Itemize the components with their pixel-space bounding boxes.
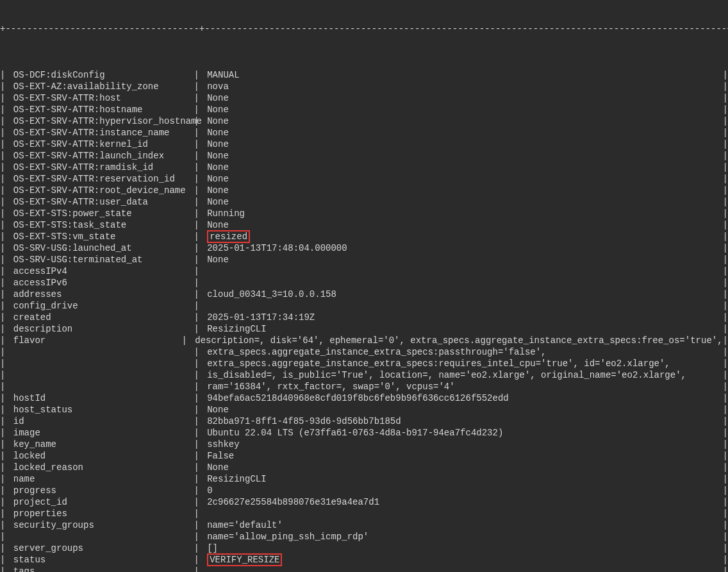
- dash-right: ----------------------------------------…: [204, 23, 728, 35]
- field-value: None: [199, 139, 723, 150]
- pipe: |: [194, 277, 199, 289]
- pipe: |: [0, 358, 5, 369]
- pipe: |: [723, 231, 728, 242]
- pipe: |: [194, 323, 199, 335]
- field-value: None: [199, 162, 723, 173]
- field-value: ram='16384', rxtx_factor=, swap='0', vcp…: [199, 381, 723, 392]
- table-row: | | extra_specs.aggregate_instance_extra…: [0, 346, 728, 358]
- pipe: |: [723, 427, 728, 439]
- pipe: |: [0, 323, 5, 335]
- pipe: |: [194, 450, 199, 462]
- field-value: None: [199, 462, 723, 473]
- pipe: |: [0, 265, 5, 277]
- pipe: |: [0, 531, 5, 543]
- pipe: |: [723, 185, 728, 196]
- table-row: | OS-EXT-SRV-ATTR:root_device_name| None…: [0, 185, 728, 196]
- field-name: OS-EXT-SRV-ATTR:ramdisk_id: [5, 162, 194, 173]
- table-row: | tags| |: [0, 566, 728, 572]
- table-row: | server_groups| []|: [0, 543, 728, 554]
- pipe: |: [194, 81, 199, 92]
- pipe: |: [723, 323, 728, 335]
- pipe: |: [723, 531, 728, 543]
- pipe: |: [0, 139, 5, 150]
- pipe: |: [0, 127, 5, 139]
- pipe: |: [194, 404, 199, 416]
- pipe: |: [194, 519, 199, 531]
- field-value: None: [199, 104, 723, 115]
- field-name: config_drive: [5, 300, 194, 312]
- pipe: |: [723, 173, 728, 185]
- pipe: |: [194, 554, 199, 566]
- table-row: | OS-EXT-SRV-ATTR:user_data| None|: [0, 196, 728, 208]
- pipe: |: [0, 300, 5, 312]
- field-value: 82bba971-8ff1-4f85-93d6-9d56bb7b185d: [199, 416, 723, 427]
- pipe: |: [0, 242, 5, 254]
- table-row: | OS-EXT-SRV-ATTR:ramdisk_id| None|: [0, 162, 728, 173]
- field-name: status: [5, 554, 194, 566]
- pipe: |: [723, 335, 728, 346]
- table-row: | key_name| sshkey|: [0, 439, 728, 450]
- pipe: |: [0, 473, 5, 485]
- highlighted-value: resized: [207, 230, 250, 243]
- field-name: hostId: [5, 392, 194, 404]
- pipe: |: [0, 566, 5, 572]
- field-value: MANUAL: [199, 69, 723, 81]
- pipe: |: [194, 300, 199, 312]
- pipe: |: [194, 531, 199, 543]
- field-value: description=, disk='64', ephemeral='0', …: [187, 335, 723, 346]
- field-name: locked: [5, 450, 194, 462]
- field-value: [199, 265, 723, 277]
- pipe: |: [194, 439, 199, 450]
- field-name: OS-DCF:diskConfig: [5, 69, 194, 81]
- field-value: None: [199, 404, 723, 416]
- field-value: name='default': [199, 519, 723, 531]
- pipe: |: [194, 346, 199, 358]
- field-value: None: [199, 219, 723, 231]
- pipe: |: [723, 162, 728, 173]
- pipe: |: [723, 462, 728, 473]
- field-name: addresses: [5, 289, 194, 300]
- pipe: |: [194, 242, 199, 254]
- pipe: |: [723, 496, 728, 508]
- field-name: OS-EXT-AZ:availability_zone: [5, 81, 194, 92]
- field-name: host_status: [5, 404, 194, 416]
- field-name: server_groups: [5, 543, 194, 554]
- table-row: | created| 2025-01-13T17:34:19Z|: [0, 312, 728, 323]
- field-value: 94befa6ac5218d40968e8cfd019f8bc6feb9b96f…: [199, 392, 723, 404]
- field-name: tags: [5, 566, 194, 572]
- field-value: resized: [199, 231, 723, 242]
- field-name: created: [5, 312, 194, 323]
- field-value: 2025-01-13T17:48:04.000000: [199, 242, 723, 254]
- field-name: OS-EXT-STS:vm_state: [5, 231, 194, 242]
- field-value: [199, 277, 723, 289]
- pipe: |: [723, 81, 728, 92]
- pipe: |: [0, 439, 5, 450]
- pipe: |: [723, 392, 728, 404]
- pipe: |: [0, 254, 5, 265]
- field-name: project_id: [5, 496, 194, 508]
- pipe: |: [723, 543, 728, 554]
- pipe: |: [723, 127, 728, 139]
- pipe: |: [181, 335, 186, 346]
- field-name: OS-EXT-SRV-ATTR:user_data: [5, 196, 194, 208]
- pipe: |: [194, 485, 199, 496]
- table-row: | | ram='16384', rxtx_factor=, swap='0',…: [0, 381, 728, 392]
- field-name: OS-EXT-STS:power_state: [5, 208, 194, 219]
- pipe: |: [0, 312, 5, 323]
- table-top-separator: +------------------------------------+--…: [0, 23, 728, 35]
- pipe: |: [194, 462, 199, 473]
- pipe: |: [723, 289, 728, 300]
- field-name: OS-EXT-STS:task_state: [5, 219, 194, 231]
- pipe: |: [194, 219, 199, 231]
- table-row: | OS-SRV-USG:terminated_at| None|: [0, 254, 728, 265]
- field-name: progress: [5, 485, 194, 496]
- pipe: |: [723, 346, 728, 358]
- pipe: |: [0, 219, 5, 231]
- pipe: |: [0, 69, 5, 81]
- pipe: |: [0, 496, 5, 508]
- table-row: | OS-EXT-STS:task_state| None|: [0, 219, 728, 231]
- pipe: |: [723, 404, 728, 416]
- field-value: sshkey: [199, 439, 723, 450]
- field-name: [5, 531, 194, 543]
- table-row: | OS-EXT-AZ:availability_zone| nova|: [0, 81, 728, 92]
